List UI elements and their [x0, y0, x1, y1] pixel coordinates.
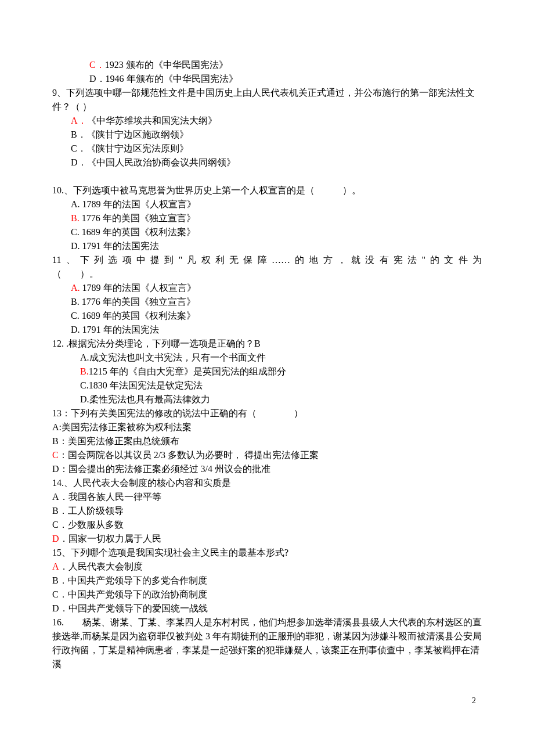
text-line: B．中国共产党领导下的多党合作制度 [52, 574, 482, 588]
text-segment: 1776 年的美国《独立宣言》 [80, 213, 196, 223]
text-line: 12. .根据宪法分类理论，下列哪一选项是正确的？B [52, 337, 482, 351]
text-line: D. 1791 年的法国宪法 [52, 239, 482, 253]
text-line: A:美国宪法修正案被称为权利法案 [52, 420, 482, 434]
text-line: C：国会两院各以其议员 2/3 多数认为必要时， 得提出宪法修正案 [52, 448, 482, 462]
text-segment: ．国家一切权力属于人民 [59, 534, 161, 543]
text-segment: 13：下列有关美国宪法的修改的说法中正确的有（ ） [52, 408, 303, 418]
text-line: C．中国共产党领导下的政治协商制度 [52, 588, 482, 602]
text-segment: 14.、人民代表大会制度的核心内容和实质是 [52, 478, 231, 488]
text-segment: D．1946 年颁布的《中华民国宪法》 [89, 74, 238, 84]
text-segment: D. 1791 年的法国宪法 [71, 325, 159, 334]
text-line: A．我国各族人民一律平等 [52, 490, 482, 504]
text-segment: D．《中国人民政治协商会议共同纲领》 [71, 157, 236, 167]
text-segment: C. 1689 年的英国《权利法案》 [71, 227, 196, 237]
text-segment: C. 1689 年的英国《权利法案》 [71, 311, 196, 321]
text-line: D．中国共产党领导下的爱国统一战线 [52, 602, 482, 615]
text-segment: D．中国共产党领导下的爱国统一战线 [52, 603, 208, 613]
text-line: C．《陕甘宁边区宪法原则》 [52, 142, 482, 156]
text-line: （ ）。 [52, 267, 482, 281]
answer-marker: D [52, 534, 59, 543]
text-line: D．1946 年颁布的《中华民国宪法》 [52, 72, 482, 86]
text-segment: D. 1791 年的法国宪法 [71, 241, 159, 251]
text-line: C．少数服从多数 [52, 518, 482, 532]
document-body: C．1923 颁布的《中华民国宪法》D．1946 年颁布的《中华民国宪法》9、下… [52, 58, 482, 671]
text-segment: B. 1776 年的美国《独立宣言》 [71, 297, 196, 307]
text-line: B. 1776 年的美国《独立宣言》 [52, 295, 482, 309]
text-segment: A:美国宪法修正案被称为权利法案 [52, 422, 192, 432]
text-segment: 《中华苏维埃共和国宪法大纲》 [87, 116, 217, 125]
text-line: D. 1791 年的法国宪法 [52, 323, 482, 337]
text-segment: 11、下列选项中提到"凡权利无保障……的地方，就没有宪法"的文件为 [52, 255, 482, 265]
text-segment: D：国会提出的宪法修正案必须经过 3/4 州议会的批准 [52, 464, 270, 474]
text-segment: 16. 杨某、谢某、丁某、李某四人是东村村民，他们均想参加选举清溪县县级人大代表… [52, 617, 482, 669]
answer-marker: C [52, 450, 59, 460]
text-line: B．工人阶级领导 [52, 504, 482, 518]
text-line: 13：下列有关美国宪法的修改的说法中正确的有（ ） [52, 406, 482, 420]
text-segment: 1923 颁布的《中华民国宪法》 [105, 60, 228, 70]
text-line: A．《中华苏维埃共和国宪法大纲》 [52, 114, 482, 128]
text-segment: C．中国共产党领导下的政治协商制度 [52, 589, 207, 599]
text-segment: （ ）。 [52, 269, 99, 279]
text-segment: B．中国共产党领导下的多党合作制度 [52, 575, 207, 585]
text-line: C．1923 颁布的《中华民国宪法》 [52, 58, 482, 72]
answer-marker: A [52, 561, 59, 571]
text-segment: 1789 年的法国《人权宣言》 [80, 283, 196, 293]
text-segment: B：美国宪法修正案由总统颁布 [52, 436, 179, 446]
text-segment: 12. .根据宪法分类理论，下列哪一选项是正确的？B [52, 339, 261, 348]
text-segment: D.柔性宪法也具有最高法律效力 [80, 394, 210, 404]
text-line: B.1215 年的《自由大宪章》是英国宪法的组成部分 [52, 365, 482, 379]
answer-marker: A. [71, 283, 80, 293]
text-segment: C.1830 年法国宪法是钦定宪法 [80, 380, 203, 390]
text-segment: C．《陕甘宁边区宪法原则》 [71, 143, 189, 153]
answer-marker: A． [71, 116, 87, 125]
text-line: 11、下列选项中提到"凡权利无保障……的地方，就没有宪法"的文件为 [52, 253, 482, 267]
text-segment: C．少数服从多数 [52, 520, 124, 530]
text-line: D：国会提出的宪法修正案必须经过 3/4 州议会的批准 [52, 462, 482, 476]
text-segment [52, 171, 55, 181]
text-line: B. 1776 年的美国《独立宣言》 [52, 211, 482, 225]
text-line: C.1830 年法国宪法是钦定宪法 [52, 379, 482, 393]
text-line: 15、下列哪个选项是我国实现社会主义民主的最基本形式? [52, 546, 482, 560]
text-line: A.成文宪法也叫文书宪法，只有一个书面文件 [52, 351, 482, 365]
text-line [52, 170, 482, 183]
text-line: 9、下列选项中哪一部规范性文件是中国历史上由人民代表机关正式通过，并公布施行的第… [52, 86, 482, 114]
text-line: A．人民代表大会制度 [52, 560, 482, 574]
page-number: 2 [52, 694, 482, 707]
text-line: 14.、人民代表大会制度的核心内容和实质是 [52, 476, 482, 490]
text-line: D．《中国人民政治协商会议共同纲领》 [52, 156, 482, 170]
text-segment: 10.、下列选项中被马克思誉为世界历史上第一个人权宣言的是（ ）。 [52, 185, 361, 195]
text-line: D.柔性宪法也具有最高法律效力 [52, 393, 482, 406]
answer-marker: C． [89, 60, 105, 70]
answer-marker: B. [71, 213, 80, 223]
text-segment: B．《陕甘宁边区施政纲领》 [71, 129, 189, 139]
text-segment: 9、下列选项中哪一部规范性文件是中国历史上由人民代表机关正式通过，并公布施行的第… [52, 88, 475, 111]
text-line: D．国家一切权力属于人民 [52, 532, 482, 546]
text-line: 10.、下列选项中被马克思誉为世界历史上第一个人权宣言的是（ ）。 [52, 183, 482, 197]
text-segment: 1215 年的《自由大宪章》是英国宪法的组成部分 [89, 366, 286, 376]
text-line: C. 1689 年的英国《权利法案》 [52, 225, 482, 239]
text-line: B．《陕甘宁边区施政纲领》 [52, 128, 482, 142]
text-segment: A. 1789 年的法国《人权宣言》 [71, 199, 196, 209]
text-line: A. 1789 年的法国《人权宣言》 [52, 197, 482, 211]
text-line: 16. 杨某、谢某、丁某、李某四人是东村村民，他们均想参加选举清溪县县级人大代表… [52, 615, 482, 671]
text-segment: A．我国各族人民一律平等 [52, 492, 161, 502]
text-line: C. 1689 年的英国《权利法案》 [52, 309, 482, 323]
text-segment: B．工人阶级领导 [52, 506, 124, 516]
text-line: A. 1789 年的法国《人权宣言》 [52, 281, 482, 295]
text-segment: 15、下列哪个选项是我国实现社会主义民主的最基本形式? [52, 548, 288, 557]
text-line: B：美国宪法修正案由总统颁布 [52, 434, 482, 448]
text-segment: ．人民代表大会制度 [59, 561, 143, 571]
text-segment: ：国会两院各以其议员 2/3 多数认为必要时， 得提出宪法修正案 [59, 450, 319, 460]
answer-marker: B. [80, 366, 89, 376]
text-segment: A.成文宪法也叫文书宪法，只有一个书面文件 [80, 352, 266, 362]
